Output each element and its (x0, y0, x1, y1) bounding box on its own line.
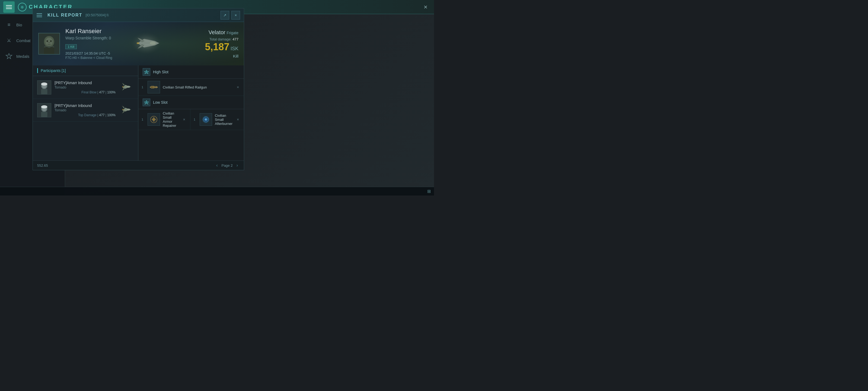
outcome-label: Kill (205, 54, 239, 58)
participant-2-ship-icon (119, 102, 134, 118)
bottom-bar: ⊞ (0, 187, 434, 196)
page-label: Page 2 (221, 164, 232, 168)
kr-close-icon: × (235, 13, 237, 18)
next-page-button[interactable]: › (235, 162, 240, 168)
participant-2-info: [PRTY]Amarr Inbound Tornado Top Damage |… (55, 104, 116, 117)
total-damage-row: Total damage: 477 (205, 37, 239, 41)
page-navigation: ‹ Page 2 › (215, 162, 240, 168)
kill-report-title: KILL REPORT (48, 13, 82, 18)
isk-value: 5,187 (205, 41, 229, 52)
close-icon: × (424, 3, 428, 11)
kr-close-button[interactable]: × (231, 11, 240, 20)
victim-section: Karl Ranseier Warp Scramble Strength: 0 … (33, 22, 244, 65)
participants-panel: Participants [1] (33, 65, 138, 161)
participant-1-name: [PRTY]Amarr Inbound (55, 81, 116, 85)
participant-2-damage: 477 (99, 113, 104, 117)
svg-point-4 (45, 37, 53, 46)
kill-report-panel: KILL REPORT [ID:5075004] ⎘ ↗ × (33, 8, 244, 170)
svg-point-30 (146, 102, 147, 103)
high-slot-title: High Slot (153, 70, 168, 74)
low-slot-item-2-remove[interactable]: × (235, 117, 241, 122)
app-close-button[interactable]: × (421, 2, 431, 12)
low-slot-item-2-count: 1 (194, 118, 197, 121)
participant-2-blow-type: Top Damage (78, 113, 97, 117)
participant-row: [PRTY]Amarr Inbound Tornado Final Blow |… (33, 76, 138, 99)
high-slot-item-1-icon (148, 81, 160, 93)
high-slot-section: High Slot 1 Ci (138, 65, 244, 96)
victim-avatar (38, 33, 60, 55)
high-slot-item-1: 1 Civilian Small Rifled Railgun × (138, 79, 244, 96)
svg-point-26 (146, 71, 147, 73)
kr-menu-button[interactable] (37, 11, 44, 19)
isk-row: 5,187 ISK (205, 41, 239, 53)
svg-point-9 (137, 43, 140, 44)
isk-label: ISK (230, 46, 239, 51)
participants-title: Participants [1] (41, 68, 66, 73)
character-logo-icon: ⊕ (18, 3, 27, 11)
svg-point-25 (122, 109, 124, 110)
footer-value: 552.65 (37, 164, 48, 168)
high-slot-icon (143, 68, 150, 76)
combat-icon: ⚔ (5, 37, 12, 44)
participant-1-avatar-image (37, 81, 51, 94)
high-slot-item-1-name: Civilian Small Rifled Railgun (163, 85, 232, 89)
high-slot-item-1-remove[interactable]: × (235, 84, 241, 90)
victim-kill-badge: 1 Kill (65, 44, 77, 49)
participants-header: Participants [1] (33, 65, 138, 76)
participant-2-percent: 100% (107, 113, 116, 117)
svg-rect-15 (41, 89, 47, 94)
total-damage-label: Total damage: (209, 37, 231, 41)
export-icon: ↗ (223, 13, 226, 18)
prev-page-button[interactable]: ‹ (215, 162, 219, 168)
participant-1-damage: 477 (99, 90, 104, 94)
svg-point-5 (46, 40, 48, 42)
participant-2-avatar-image (37, 104, 51, 117)
low-slot-section: Low Slot 1 (138, 96, 244, 130)
ship-name: Velator (209, 29, 225, 35)
low-slot-item-2: 1 Civilian Sm (190, 109, 244, 130)
hamburger-icon (6, 4, 12, 10)
low-slot-item-2-name: Civilian Small Afterburner (215, 113, 232, 126)
svg-point-18 (122, 86, 124, 87)
ship-image (124, 27, 168, 60)
participant-1-blow-type: Final Blow (82, 90, 96, 94)
kill-report-header: KILL REPORT [ID:5075004] ⎘ ↗ × (33, 8, 244, 22)
bio-icon: ≡ (5, 21, 12, 28)
participant-2-avatar (37, 103, 51, 117)
sidebar-item-label-medals: Medals (16, 54, 29, 59)
participant-1-ship-icon (119, 79, 134, 95)
low-slot-title: Low Slot (153, 100, 167, 105)
filter-icon[interactable]: ⊞ (427, 189, 431, 194)
low-slot-item-1-count: 1 (142, 118, 145, 121)
menu-button[interactable] (3, 1, 14, 13)
svg-marker-0 (6, 53, 12, 59)
low-slot-item-2-icon (199, 113, 212, 126)
ship-class: Frigate (226, 31, 239, 35)
victim-avatar-image (39, 33, 59, 54)
kill-report-footer: 552.65 ‹ Page 2 › (33, 161, 244, 170)
equipment-panel: High Slot 1 Ci (138, 65, 244, 161)
participant-1-stats: Final Blow | 477 | 100% (55, 89, 116, 94)
medals-icon (5, 53, 12, 60)
high-slot-item-1-count: 1 (142, 86, 145, 89)
svg-point-29 (151, 86, 153, 88)
participant-1-ship: Tornado (55, 86, 116, 89)
low-slot-icon (143, 99, 150, 106)
low-slot-item-1-name: Civilian Small Armor Repairer (163, 111, 179, 128)
high-slot-header: High Slot (138, 65, 244, 79)
low-slot-item-1-remove[interactable]: × (182, 117, 187, 122)
low-slot-item-1: 1 Civilian Small Armor Repaire (138, 109, 190, 130)
ship-class-section: Velator Frigate (205, 29, 239, 35)
export-button[interactable]: ↗ (220, 11, 229, 20)
svg-point-38 (205, 119, 207, 120)
svg-point-17 (127, 86, 130, 88)
participant-2-ship: Tornado (55, 108, 116, 112)
participant-row-2: [PRTY]Amarr Inbound Tornado Top Damage |… (33, 99, 138, 122)
victim-stats: Velator Frigate Total damage: 477 5,187 … (205, 29, 239, 58)
participant-1-info: [PRTY]Amarr Inbound Tornado Final Blow |… (55, 81, 116, 94)
kr-actions: ↗ × (220, 11, 240, 20)
participant-2-name: [PRTY]Amarr Inbound (55, 104, 116, 108)
svg-rect-22 (41, 112, 47, 117)
kill-report-id: [ID:5075004] ⎘ (86, 13, 109, 17)
svg-point-24 (127, 109, 130, 111)
